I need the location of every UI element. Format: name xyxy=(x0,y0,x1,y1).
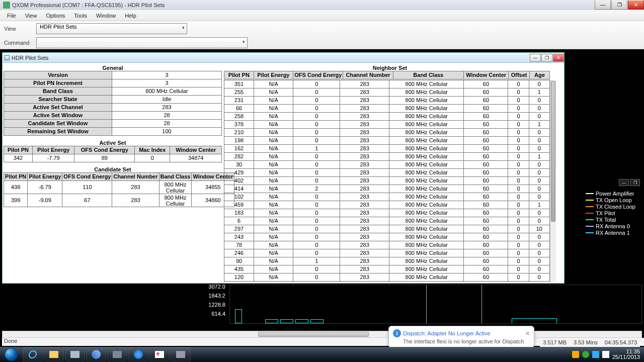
bar xyxy=(310,319,324,323)
table-row: Remaining Set Window100 xyxy=(4,128,222,136)
legend-maximize-button[interactable]: ❐ xyxy=(630,179,640,186)
legend-item: RX Antenna 1 xyxy=(566,230,640,236)
toolbar: View HDR Pilot Sets Command xyxy=(0,21,644,49)
table-row: 342-7.7989034874 xyxy=(4,154,222,162)
table-row: 378N/A0283800 MHz Cellular6001 xyxy=(224,121,550,129)
balloon-message: The interface flexi is no longer active … xyxy=(403,338,530,344)
table-row: 243N/A0283800 MHz Cellular6000 xyxy=(224,233,550,241)
window-title: QXDM Professional (COM7 : FFA-QSC6195) -… xyxy=(12,2,594,8)
table-row: 258N/A0283800 MHz Cellular6000 xyxy=(224,113,550,121)
taskbar-app3[interactable] xyxy=(107,347,127,361)
windows-orb-icon xyxy=(5,348,18,361)
cursor-line-1 xyxy=(426,285,427,323)
y-tick: 1228.8 xyxy=(208,302,225,308)
legend-item: TX Pilot xyxy=(566,210,640,216)
table-row: 435N/A0283800 MHz Cellular6000 xyxy=(224,265,550,274)
taskbar-explorer[interactable] xyxy=(44,347,64,361)
bar xyxy=(295,319,308,323)
view-label: View xyxy=(4,26,34,32)
legend-minimize-button[interactable]: — xyxy=(619,179,629,186)
table-row: 459N/A0283800 MHz Cellular6001 xyxy=(224,201,550,209)
taskbar-app2[interactable] xyxy=(86,347,106,361)
command-label: Command xyxy=(4,40,34,46)
table-row: 30N/A0283800 MHz Cellular6000 xyxy=(224,161,550,169)
hscroll-thumb[interactable] xyxy=(258,332,369,337)
command-select[interactable] xyxy=(36,37,248,48)
menu-tools[interactable]: Tools xyxy=(70,12,91,20)
menu-options[interactable]: Options xyxy=(42,12,69,20)
bar xyxy=(235,309,242,323)
table-row: Band Class800 MHz Cellular xyxy=(4,87,222,96)
tray-volume-icon[interactable] xyxy=(602,351,609,358)
candidate-set-title: Candidate Set xyxy=(4,166,222,172)
tray-icon[interactable] xyxy=(592,351,599,358)
taskbar-ie[interactable] xyxy=(23,347,43,361)
system-tray[interactable]: 11:35 25/11/2013 xyxy=(572,349,644,360)
info-icon: i xyxy=(393,329,401,337)
legend-item: TX Total xyxy=(566,217,640,223)
general-title: General xyxy=(4,65,222,71)
start-button[interactable] xyxy=(0,347,22,362)
subwindow-titlebar[interactable]: HDR Pilot Sets — ❐ ✕ xyxy=(3,53,564,63)
taskbar-app6[interactable] xyxy=(171,347,191,361)
neighbor-scrollbar[interactable] xyxy=(550,80,556,282)
table-row: 414N/A2283800 MHz Cellular6000 xyxy=(224,185,550,193)
table-row: 246N/A0283800 MHz Cellular6000 xyxy=(224,249,550,257)
y-tick: 1843.2 xyxy=(208,293,225,299)
table-row: 183N/A0283800 MHz Cellular6000 xyxy=(224,209,550,217)
subwin-maximize-button[interactable]: ❐ xyxy=(541,54,552,62)
horizontal-scrollbar[interactable] xyxy=(2,331,642,338)
tray-icon[interactable] xyxy=(582,351,589,358)
table-row: 255N/A0283800 MHz Cellular6001 xyxy=(224,88,550,97)
table-row: 297N/A0283800 MHz Cellular60010 xyxy=(224,225,550,233)
table-row: 399-9.0967283800 MHz Cellular34860 xyxy=(4,194,234,207)
subwindow-title: HDR Pilot Sets xyxy=(12,55,529,61)
taskbar-clock[interactable]: 11:35 25/11/2013 xyxy=(612,349,640,360)
legend-item: Power Amplifier xyxy=(566,191,640,197)
table-row: 210N/A0283800 MHz Cellular6000 xyxy=(224,129,550,137)
candidate-set-table: Pilot PNPilot EnergyOFS Cond EnergyChann… xyxy=(4,172,234,207)
clock-date: 25/11/2013 xyxy=(612,354,640,360)
view-select[interactable]: HDR Pilot Sets xyxy=(36,23,187,34)
maximize-button[interactable]: ❐ xyxy=(611,1,627,10)
table-row: 282N/A0283800 MHz Cellular6001 xyxy=(224,153,550,161)
y-tick: 614.4 xyxy=(211,311,225,317)
taskbar-app5[interactable]: e xyxy=(149,347,170,361)
menu-view[interactable]: View xyxy=(21,12,41,20)
menu-window[interactable]: Window xyxy=(92,12,120,20)
table-row: 351N/A0283800 MHz Cellular6000 xyxy=(224,80,550,88)
menubar: FileViewOptionsToolsWindowHelp xyxy=(0,10,644,21)
table-row: 102N/A0283800 MHz Cellular6000 xyxy=(224,193,550,201)
table-row: 78N/A0283800 MHz Cellular6000 xyxy=(224,241,550,249)
table-row: Version3 xyxy=(4,71,222,79)
signal-graph: 3072.01843.21228.8614.4 xyxy=(199,284,642,325)
table-row: 402N/A0283800 MHz Cellular6000 xyxy=(224,177,550,185)
table-row: 6N/A0283800 MHz Cellular6000 xyxy=(224,217,550,225)
bar xyxy=(265,319,278,323)
subwin-close-button[interactable]: ✕ xyxy=(553,54,564,62)
scrollbar-thumb[interactable] xyxy=(551,81,555,222)
menu-file[interactable]: File xyxy=(3,12,20,20)
minimize-button[interactable]: — xyxy=(595,1,611,10)
status-text: Done xyxy=(4,338,17,344)
taskbar: e 11:35 25/11/2013 xyxy=(0,347,644,362)
tray-icon[interactable] xyxy=(572,351,579,358)
taskbar-app1[interactable] xyxy=(65,347,85,361)
neighbor-set-header: Pilot PNPilot EnergyOFS Cond EnergyChann… xyxy=(224,71,550,79)
footer-mins: 3.53 Mins xyxy=(574,339,598,345)
legend-item: TX Closed Loop xyxy=(566,204,640,210)
table-row: Active Set Channel283 xyxy=(4,104,222,112)
table-row: Candidate Set Window28 xyxy=(4,120,222,128)
menu-help[interactable]: Help xyxy=(121,12,140,20)
taskbar-app4[interactable] xyxy=(128,347,148,361)
close-button[interactable]: ✕ xyxy=(628,1,644,10)
balloon-close-button[interactable]: ✕ xyxy=(525,330,530,337)
neighbor-set-title: Neighbor Set xyxy=(224,65,556,71)
table-row: 90N/A1283800 MHz Cellular6000 xyxy=(224,257,550,265)
active-set-table: Pilot PNPilot EnergyOFS Cond EnergyMac I… xyxy=(4,146,222,162)
table-row: 429N/A0283800 MHz Cellular6000 xyxy=(224,169,550,177)
subwin-minimize-button[interactable]: — xyxy=(530,54,541,62)
neighbor-set-table: 351N/A0283800 MHz Cellular6000255N/A0283… xyxy=(224,80,550,282)
legend-item: RX Antenna 0 xyxy=(566,223,640,229)
table-row: 231N/A0283800 MHz Cellular6000 xyxy=(224,97,550,105)
